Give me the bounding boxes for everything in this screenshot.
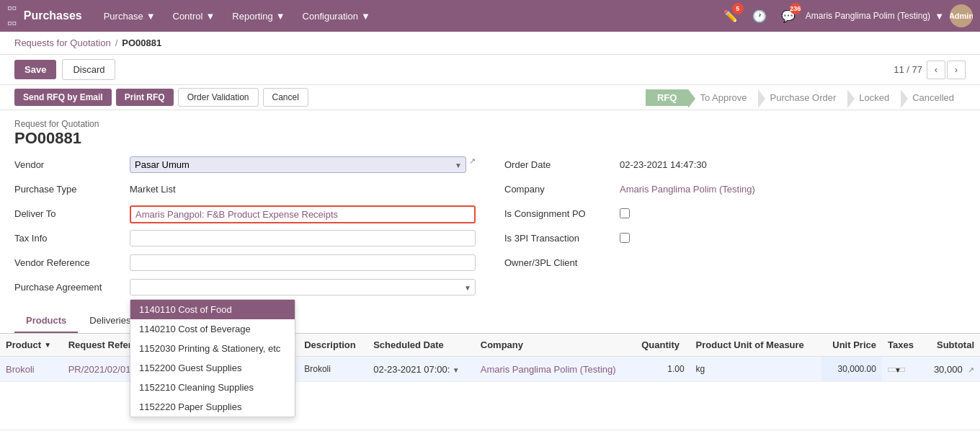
print-rfq-button[interactable]: Print RFQ <box>116 89 174 106</box>
record-nav: 11 / 77 ‹ › <box>894 61 966 79</box>
order-date-value: 02-23-2021 14:47:30 <box>620 156 966 170</box>
purchase-agreement-row: Purchase Agreement ▼ 1140110 Cost of Foo… <box>14 279 476 299</box>
dropdown-item-2[interactable]: 1152030 Printing & Stationery, etc <box>130 339 295 358</box>
step-locked: Locked <box>847 89 901 106</box>
next-record-button[interactable]: › <box>947 61 966 79</box>
purchase-agreement-label: Purchase Agreement <box>14 279 130 293</box>
breadcrumb-current: PO00881 <box>122 37 161 48</box>
order-date-label: Order Date <box>504 156 620 170</box>
cell-subtotal: 30,000 ↗ <box>923 357 980 382</box>
owner-3pl-label: Owner/3PL Client <box>504 254 620 268</box>
breadcrumb-parent[interactable]: Requests for Quotation <box>14 37 111 48</box>
discard-button[interactable]: Discard <box>62 59 115 80</box>
tab-products[interactable]: Products <box>14 309 78 333</box>
deliver-to-input[interactable] <box>130 205 476 223</box>
step-purchase-order: Purchase Order <box>758 89 847 106</box>
col-company: Company <box>475 334 636 357</box>
vendor-label: Vendor <box>14 156 130 170</box>
col-description: Description <box>298 334 368 357</box>
apps-grid-icon[interactable]: ▫▫▫▫ <box>7 1 17 31</box>
edit-icon-btn[interactable]: ✏️ 5 <box>719 4 742 27</box>
top-navigation: ▫▫▫▫ Purchases Purchase ▼ Control ▼ Repo… <box>0 0 980 32</box>
dropdown-item-4[interactable]: 1152210 Cleaning Supplies <box>130 378 295 397</box>
user-menu[interactable]: Amaris Panglima Polim (Testing) ▼ <box>806 11 944 22</box>
avatar[interactable]: Admin <box>950 4 973 27</box>
chevron-down-icon: ▼ <box>894 366 901 374</box>
col-subtotal: Subtotal <box>923 334 980 357</box>
cell-uom: kg <box>690 357 821 382</box>
cell-quantity: 1.00 <box>636 357 690 382</box>
prev-record-button[interactable]: ‹ <box>927 61 945 79</box>
order-date-row: Order Date 02-23-2021 14:47:30 <box>504 156 966 177</box>
col-quantity: Quantity <box>636 334 690 357</box>
cell-company: Amaris Panglima Polim (Testing) <box>475 357 636 382</box>
clock-icon-btn[interactable]: 🕐 <box>748 4 771 27</box>
is-consignment-value <box>620 205 966 218</box>
col-scheduled-date: Scheduled Date <box>368 334 475 357</box>
owner-3pl-row: Owner/3PL Client <box>504 254 966 275</box>
breadcrumb: Requests for Quotation / PO00881 <box>0 32 980 55</box>
company-row: Company Amaris Panglima Polim (Testing) <box>504 181 966 201</box>
workflow-steps: RFQ To Approve Purchase Order Locked Can… <box>646 89 966 106</box>
form-grid: Vendor Pasar Umum ▼ ↗ Purchase Type Mark… <box>14 156 966 303</box>
breadcrumb-separator: / <box>115 37 118 48</box>
external-link-icon[interactable]: ↗ <box>469 156 476 166</box>
chevron-down-icon: ▼ <box>205 11 215 22</box>
owner-3pl-value <box>620 254 966 257</box>
purchase-agreement-dropdown: 1140110 Cost of Food 1140210 Cost of Bev… <box>130 299 295 417</box>
dropdown-item-1[interactable]: 1140210 Cost of Beverage <box>130 319 295 339</box>
form-left: Vendor Pasar Umum ▼ ↗ Purchase Type Mark… <box>14 156 476 303</box>
is-consignment-checkbox[interactable] <box>620 208 630 218</box>
chevron-down-icon: ▼ <box>453 366 460 374</box>
dropdown-item-3[interactable]: 1152200 Guest Supplies <box>130 358 295 378</box>
vendor-row: Vendor Pasar Umum ▼ ↗ <box>14 156 476 177</box>
external-nav-icon[interactable]: ↗ <box>968 365 974 374</box>
cell-taxes: ▼ <box>882 357 923 382</box>
cell-scheduled-date: 02-23-2021 07:00: ▼ <box>368 357 475 382</box>
chevron-down-icon: ▼ <box>276 11 285 22</box>
dropdown-item-5[interactable]: 1152220 Paper Supplies <box>130 397 295 417</box>
is-consignment-label: Is Consignment PO <box>504 205 620 219</box>
tax-info-row: Tax Info <box>14 230 476 250</box>
taxes-dropdown[interactable]: ▼ <box>888 368 905 372</box>
nav-menu: Purchase ▼ Control ▼ Reporting ▼ Configu… <box>97 8 378 25</box>
nav-reporting[interactable]: Reporting ▼ <box>225 8 292 25</box>
is-3pi-checkbox[interactable] <box>620 233 630 243</box>
step-to-approve: To Approve <box>688 89 758 106</box>
col-product[interactable]: Product ▼ <box>0 334 63 357</box>
deliver-to-label: Deliver To <box>14 205 130 219</box>
purchase-type-row: Purchase Type Market List <box>14 181 476 201</box>
company-label: Company <box>504 181 620 195</box>
vendor-select-wrap: Pasar Umum ▼ <box>130 156 466 173</box>
vendor-reference-label: Vendor Reference <box>14 254 130 268</box>
vendor-select[interactable]: Pasar Umum <box>130 156 466 173</box>
form-section: Request for Quotation PO00881 Vendor Pas… <box>0 110 980 303</box>
order-validation-button[interactable]: Order Validation <box>178 88 259 107</box>
nav-control[interactable]: Control ▼ <box>166 8 223 25</box>
purchase-agreement-input[interactable] <box>130 279 476 296</box>
nav-purchase[interactable]: Purchase ▼ <box>97 8 163 25</box>
record-nav-arrows: ‹ › <box>927 61 966 79</box>
cell-description: Brokoli <box>298 357 368 382</box>
send-rfq-email-button[interactable]: Send RFQ by Email <box>14 89 112 106</box>
step-rfq: RFQ <box>646 89 688 106</box>
vendor-reference-input[interactable] <box>130 254 476 271</box>
po-number: PO00881 <box>14 129 966 148</box>
cell-product: Brokoli <box>0 357 63 382</box>
save-button[interactable]: Save <box>14 60 56 79</box>
is-3pi-value <box>620 230 966 243</box>
col-uom: Product Unit of Measure <box>690 334 821 357</box>
brand-logo[interactable]: Purchases <box>24 9 82 22</box>
col-taxes: Taxes <box>882 334 923 357</box>
is-3pi-row: Is 3PI Transaction <box>504 230 966 250</box>
is-consignment-row: Is Consignment PO <box>504 205 966 226</box>
form-right: Order Date 02-23-2021 14:47:30 Company A… <box>504 156 966 303</box>
cancel-button[interactable]: Cancel <box>263 88 308 107</box>
record-count: 11 / 77 <box>894 64 922 75</box>
chat-icon-btn[interactable]: 💬 236 <box>777 4 800 27</box>
company-value: Amaris Panglima Polim (Testing) <box>620 181 966 195</box>
tax-info-input[interactable] <box>130 230 476 246</box>
cell-unit-price: 30,000.00 <box>821 357 882 382</box>
dropdown-item-0[interactable]: 1140110 Cost of Food <box>130 300 295 319</box>
nav-configuration[interactable]: Configuration ▼ <box>295 8 378 25</box>
